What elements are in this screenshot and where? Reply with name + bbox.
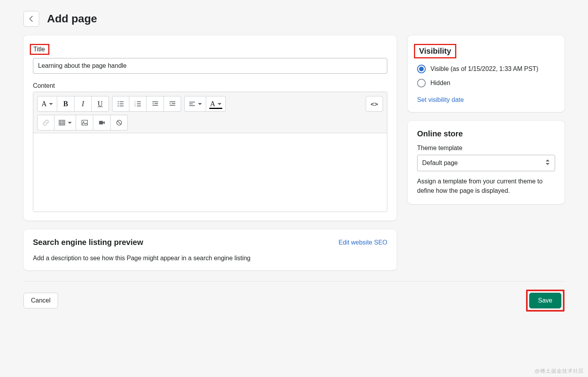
svg-rect-19 (189, 103, 193, 104)
chevron-down-icon (68, 119, 72, 127)
svg-rect-16 (172, 103, 175, 104)
visibility-title: Visibility (414, 44, 456, 58)
content-textarea[interactable] (33, 133, 387, 212)
svg-rect-14 (152, 105, 158, 106)
radio-label: Visible (as of 1/15/2022, 1:33 AM PST) (430, 65, 538, 73)
online-store-card: Online store Theme template Default page… (408, 121, 564, 204)
svg-rect-15 (169, 102, 175, 102)
outdent-button[interactable] (147, 96, 164, 112)
number-list-button[interactable]: 123 (129, 96, 147, 112)
video-icon (98, 119, 105, 126)
content-card: Title Content A B I U (24, 35, 397, 221)
footer: Cancel Save (24, 281, 564, 312)
cancel-button[interactable]: Cancel (24, 293, 58, 308)
title-input[interactable] (33, 58, 387, 74)
svg-rect-17 (169, 105, 175, 106)
svg-point-4 (118, 105, 119, 107)
image-button[interactable] (76, 115, 93, 130)
title-label: Title (30, 44, 49, 55)
svg-rect-20 (189, 105, 195, 106)
theme-template-select[interactable]: Default page (417, 155, 555, 171)
chevron-down-icon (49, 100, 53, 108)
svg-point-2 (118, 103, 119, 105)
clear-format-icon (116, 119, 123, 126)
visibility-card: Visibility Visible (as of 1/15/2022, 1:3… (408, 35, 564, 112)
rich-text-editor: A B I U 123 (33, 92, 387, 212)
table-button[interactable] (54, 115, 76, 130)
image-icon (81, 119, 88, 126)
edit-seo-link[interactable]: Edit website SEO (339, 239, 388, 246)
save-highlight: Save (526, 290, 564, 312)
indent-button[interactable] (164, 96, 181, 112)
svg-rect-12 (152, 102, 158, 102)
svg-rect-9 (137, 103, 141, 104)
svg-point-0 (118, 101, 119, 102)
indent-icon (169, 100, 176, 107)
theme-helper-text: Assign a template from your current them… (417, 177, 555, 196)
paragraph-style-button[interactable]: A (37, 96, 57, 112)
link-icon (42, 119, 49, 126)
align-button[interactable] (184, 96, 206, 112)
svg-text:3: 3 (134, 105, 136, 107)
clear-format-button[interactable] (111, 115, 128, 130)
editor-toolbar: A B I U 123 (33, 92, 387, 133)
select-caret-icon (545, 159, 550, 167)
arrow-left-icon (27, 15, 35, 23)
radio-icon (417, 79, 426, 87)
outdent-icon (152, 100, 159, 107)
seo-description: Add a description to see how this Page m… (33, 255, 387, 262)
table-icon (58, 119, 65, 126)
svg-rect-3 (120, 103, 123, 104)
bold-button[interactable]: B (57, 96, 74, 112)
svg-rect-7 (137, 102, 141, 102)
svg-rect-5 (120, 106, 123, 107)
back-button[interactable] (24, 11, 39, 27)
content-label: Content (33, 82, 387, 89)
select-value: Default page (422, 160, 458, 167)
video-button[interactable] (93, 115, 111, 130)
bullet-list-icon (117, 100, 124, 107)
svg-rect-28 (99, 121, 103, 125)
radio-label: Hidden (430, 79, 450, 87)
seo-title: Search engine listing preview (33, 238, 143, 247)
link-button[interactable] (37, 115, 54, 130)
italic-button[interactable]: I (74, 96, 92, 112)
visibility-hidden-radio[interactable]: Hidden (417, 79, 555, 87)
number-list-icon: 123 (134, 100, 142, 107)
svg-rect-21 (59, 120, 65, 125)
align-left-icon (189, 100, 196, 107)
theme-template-label: Theme template (417, 145, 555, 152)
set-visibility-date-link[interactable]: Set visibility date (417, 96, 464, 103)
svg-rect-13 (154, 103, 158, 104)
svg-rect-1 (120, 102, 123, 102)
online-store-title: Online store (417, 129, 555, 138)
svg-line-30 (117, 121, 121, 125)
svg-rect-26 (82, 120, 87, 125)
html-button[interactable]: <> (366, 96, 383, 112)
seo-card: Search engine listing preview Edit websi… (24, 229, 397, 270)
chevron-down-icon (218, 100, 221, 108)
chevron-down-icon (198, 100, 202, 108)
page-title: Add page (47, 13, 97, 25)
svg-rect-18 (189, 102, 195, 103)
underline-button[interactable]: U (92, 96, 109, 112)
bullet-list-button[interactable] (112, 96, 129, 112)
visibility-visible-radio[interactable]: Visible (as of 1/15/2022, 1:33 AM PST) (417, 65, 555, 73)
svg-rect-11 (137, 106, 141, 107)
radio-icon (417, 65, 426, 73)
font-color-button[interactable]: A (206, 96, 226, 112)
save-button[interactable]: Save (529, 293, 561, 308)
